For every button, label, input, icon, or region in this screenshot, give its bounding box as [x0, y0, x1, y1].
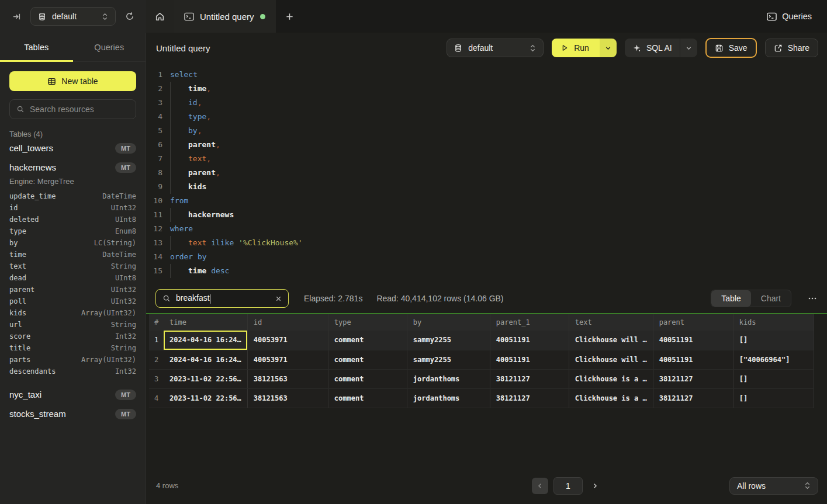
sql-ai-label: SQL AI — [646, 43, 672, 53]
search-icon — [16, 105, 25, 113]
new-tab-button[interactable] — [276, 0, 303, 33]
column-header-parent[interactable]: parent — [653, 314, 733, 331]
row-number[interactable]: 4 — [149, 388, 164, 408]
table-cell[interactable]: Clickhouse is a … — [569, 369, 653, 388]
next-page-button[interactable] — [588, 478, 602, 494]
page-size-selector[interactable]: All rows — [729, 477, 818, 495]
table-cell[interactable]: 40051191 — [653, 350, 733, 369]
code-text: hackernews — [170, 208, 234, 222]
run-options-button[interactable] — [600, 39, 617, 57]
save-button[interactable]: Save — [705, 38, 757, 58]
line-number: 3 — [146, 96, 162, 110]
code-text: by, — [170, 124, 202, 138]
tab-title: Untitled query — [200, 12, 254, 22]
table-cell[interactable]: 2023-11-02 22:56… — [164, 388, 247, 408]
code-text: text ilike '%ClickHouse%' — [170, 236, 303, 250]
table-name: hackernews — [9, 162, 56, 172]
new-table-button[interactable]: New table — [9, 71, 136, 91]
table-cell[interactable]: comment — [328, 388, 407, 408]
clear-filter-button[interactable] — [275, 296, 282, 302]
run-button[interactable]: Run — [552, 39, 600, 57]
column-header-num[interactable]: # — [149, 314, 164, 331]
table-cell[interactable]: [] — [733, 369, 814, 388]
table-row: 22024-04-16 16:24…40053971commentsammy22… — [149, 350, 814, 369]
column-row: typeEnum8 — [9, 227, 136, 239]
code-text: where — [170, 222, 193, 236]
table-cell[interactable]: Clickhouse will … — [569, 350, 653, 369]
table-cell[interactable]: 38121563 — [247, 388, 328, 408]
table-cell[interactable]: 40053971 — [247, 331, 328, 350]
column-type: String — [111, 321, 136, 332]
column-name: type — [9, 227, 26, 239]
view-toggle-chart[interactable]: Chart — [751, 290, 791, 307]
row-number[interactable]: 1 — [149, 331, 164, 350]
table-cell[interactable]: comment — [328, 369, 407, 388]
collapse-sidebar-button[interactable] — [8, 8, 25, 25]
table-cell[interactable]: 38121127 — [490, 369, 569, 388]
table-cell[interactable]: 40051191 — [490, 331, 569, 350]
toolbar-database-selector[interactable]: default — [447, 39, 544, 57]
column-header-parent_1[interactable]: parent_1 — [490, 314, 569, 331]
current-page-box[interactable]: 1 — [553, 477, 583, 495]
table-cell[interactable]: 2024-04-16 16:24… — [164, 350, 247, 369]
view-toggle-table[interactable]: Table — [711, 290, 750, 307]
column-row: deletedUInt8 — [9, 215, 136, 227]
tab-untitled-query[interactable]: Untitled query — [174, 0, 276, 33]
table-cell[interactable]: 40053971 — [247, 350, 328, 369]
sql-ai-options-button[interactable] — [680, 39, 697, 57]
column-header-text[interactable]: text — [569, 314, 653, 331]
column-header-kids[interactable]: kids — [733, 314, 814, 331]
table-cell[interactable]: jordanthoms — [407, 388, 490, 408]
row-number[interactable]: 2 — [149, 350, 164, 369]
table-item-hackernews[interactable]: hackernewsMT — [9, 158, 136, 177]
row-number[interactable]: 3 — [149, 369, 164, 388]
table-cell[interactable]: [] — [733, 331, 814, 350]
sidebar-search-input[interactable]: Search resources — [9, 99, 136, 119]
page-size-value: All rows — [737, 481, 766, 491]
database-selector[interactable]: default — [30, 7, 116, 26]
column-header-type[interactable]: type — [328, 314, 407, 331]
table-cell[interactable]: jordanthoms — [407, 369, 490, 388]
editor-line: 7text, — [146, 152, 827, 166]
sql-ai-button[interactable]: SQL AI — [625, 39, 680, 57]
sidebar-search-placeholder: Search resources — [30, 105, 94, 114]
table-cell[interactable]: 40051191 — [653, 331, 733, 350]
table-item-nyc_taxi[interactable]: nyc_taxiMT — [9, 385, 136, 404]
results-table: #timeidtypebyparent_1textparentkids12024… — [149, 314, 814, 408]
table-cell[interactable]: ["40066964"] — [733, 350, 814, 369]
sidebar-tab-queries[interactable]: Queries — [73, 33, 146, 61]
more-options-button[interactable] — [807, 294, 818, 303]
table-cell[interactable]: 38121127 — [653, 388, 733, 408]
table-item-cell_towers[interactable]: cell_towersMT — [9, 138, 136, 158]
column-name: parent — [9, 286, 34, 297]
table-cell[interactable]: sammy2255 — [407, 350, 490, 369]
table-cell[interactable]: 40051191 — [490, 350, 569, 369]
unsaved-indicator-dot — [260, 14, 265, 19]
table-cell[interactable]: 2024-04-16 16:24… — [164, 331, 247, 350]
home-button[interactable] — [146, 0, 174, 33]
results-filter-input[interactable]: breakfast — [155, 289, 289, 308]
column-header-by[interactable]: by — [407, 314, 490, 331]
column-header-time[interactable]: time — [164, 314, 247, 331]
sql-editor[interactable]: 1select2time,3id,4type,5by,6parent,7text… — [146, 63, 827, 284]
prev-page-button[interactable] — [532, 478, 548, 494]
column-header-id[interactable]: id — [247, 314, 328, 331]
sidebar-tab-tables[interactable]: Tables — [0, 33, 73, 61]
table-cell[interactable]: comment — [328, 331, 407, 350]
results-footer: 4 rows 1 All rows — [146, 467, 827, 504]
table-cell[interactable]: 38121127 — [653, 369, 733, 388]
refresh-button[interactable] — [122, 8, 138, 25]
results-table-wrap: #timeidtypebyparent_1textparentkids12024… — [146, 314, 827, 408]
play-icon — [560, 44, 569, 52]
table-cell[interactable]: comment — [328, 350, 407, 369]
table-cell[interactable]: Clickhouse will … — [569, 331, 653, 350]
table-cell[interactable]: 2023-11-02 22:56… — [164, 369, 247, 388]
table-item-stocks_stream[interactable]: stocks_streamMT — [9, 404, 136, 423]
queries-button[interactable]: Queries — [767, 0, 812, 33]
table-cell[interactable]: Clickhouse is a … — [569, 388, 653, 408]
table-cell[interactable]: 38121127 — [490, 388, 569, 408]
table-cell[interactable]: sammy2255 — [407, 331, 490, 350]
table-cell[interactable]: [] — [733, 388, 814, 408]
share-button[interactable]: Share — [765, 39, 818, 57]
table-cell[interactable]: 38121563 — [247, 369, 328, 388]
